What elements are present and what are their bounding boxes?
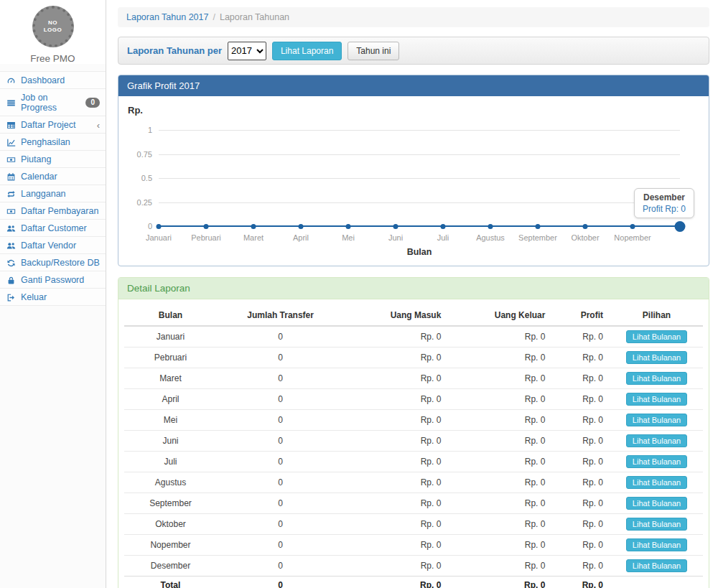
sidebar-item-daftar-vendor[interactable]: Daftar Vendor xyxy=(0,236,106,253)
x-tick-label: Mei xyxy=(342,233,355,242)
filter-label: Laporan Tahunan per xyxy=(127,45,222,56)
lihat-bulanan-button[interactable]: Lihat Bulanan xyxy=(626,393,687,406)
table-row: Agustus0Rp. 0Rp. 0Rp. 0Lihat Bulanan xyxy=(124,472,703,493)
lihat-bulanan-button[interactable]: Lihat Bulanan xyxy=(626,497,687,510)
sidebar-nav: DashboardJob on Progress0Daftar Project‹… xyxy=(0,71,106,306)
profit-chart-panel: Grafik Profit 2017 Rp. Desember Profit R… xyxy=(118,75,709,266)
users-icon xyxy=(6,224,16,233)
cell-bulan: September xyxy=(124,493,217,514)
lihat-bulanan-button[interactable]: Lihat Bulanan xyxy=(626,414,687,426)
lihat-laporan-button[interactable]: Lihat Laporan xyxy=(272,42,342,60)
sidebar-item-daftar-customer[interactable]: Daftar Customer xyxy=(0,219,106,236)
cell-profit: Rp. 0 xyxy=(552,577,610,588)
table-row: Oktober0Rp. 0Rp. 0Rp. 0Lihat Bulanan xyxy=(124,514,703,535)
cell-jumlah-transfer: 0 xyxy=(217,431,344,452)
lihat-bulanan-button[interactable]: Lihat Bulanan xyxy=(626,559,687,572)
chart-point[interactable] xyxy=(299,224,304,229)
lihat-bulanan-button[interactable]: Lihat Bulanan xyxy=(626,538,687,551)
cell-pilihan: Lihat Bulanan xyxy=(610,472,703,493)
sidebar-item-langganan[interactable]: Langganan xyxy=(0,185,106,202)
cell-uang-masuk: Rp. 0 xyxy=(344,452,448,472)
sidebar-item-label: Langganan xyxy=(21,189,66,199)
chart-gridline xyxy=(159,130,680,131)
chart-point[interactable] xyxy=(536,224,541,229)
chart-point[interactable] xyxy=(583,224,588,229)
cell-bulan: Juni xyxy=(124,431,217,452)
sidebar-item-piutang[interactable]: Piutang xyxy=(0,150,106,167)
cell-bulan: Januari xyxy=(124,326,217,347)
cell-bulan: Maret xyxy=(124,368,217,389)
chart-point[interactable] xyxy=(346,224,351,229)
column-header-uang-keluar: Uang Keluar xyxy=(448,305,552,326)
sidebar: NO LOGO Free PMO DashboardJob on Progres… xyxy=(0,0,106,588)
cell-bulan: April xyxy=(124,389,217,410)
chart-point[interactable] xyxy=(630,224,635,229)
chart-point[interactable] xyxy=(251,224,256,229)
money-icon xyxy=(6,155,16,164)
cell-pilihan: Lihat Bulanan xyxy=(610,452,703,472)
cell-uang-keluar: Rp. 0 xyxy=(448,347,552,368)
dashboard-icon xyxy=(6,76,16,85)
cell-bulan: Total xyxy=(124,577,217,588)
sidebar-item-keluar[interactable]: Keluar xyxy=(0,288,106,306)
chart-point[interactable] xyxy=(393,224,398,229)
y-tick-label: 0.75 xyxy=(137,150,152,159)
lihat-bulanan-button[interactable]: Lihat Bulanan xyxy=(626,330,687,343)
table-row: Nopember0Rp. 0Rp. 0Rp. 0Lihat Bulanan xyxy=(124,535,703,556)
brand-name: Free PMO xyxy=(0,53,106,64)
chart-point[interactable] xyxy=(157,224,162,229)
sidebar-item-job-on-progress[interactable]: Job on Progress0 xyxy=(0,88,106,116)
lihat-bulanan-button[interactable]: Lihat Bulanan xyxy=(626,372,687,385)
sidebar-item-daftar-project[interactable]: Daftar Project‹ xyxy=(0,116,106,133)
breadcrumb-link[interactable]: Laporan Tahun 2017 xyxy=(126,12,208,22)
chart-gridline xyxy=(159,202,680,203)
logo-area: NO LOGO Free PMO xyxy=(0,0,106,64)
cell-uang-masuk: Rp. 0 xyxy=(344,493,448,514)
cell-uang-keluar: Rp. 0 xyxy=(448,452,552,472)
column-header-bulan: Bulan xyxy=(124,305,217,326)
sidebar-item-penghasilan[interactable]: Penghasilan xyxy=(0,133,106,150)
no-logo-text: NO LOGO xyxy=(42,19,64,34)
lihat-bulanan-button[interactable]: Lihat Bulanan xyxy=(626,476,687,489)
lihat-bulanan-button[interactable]: Lihat Bulanan xyxy=(626,434,687,447)
cell-uang-masuk: Rp. 0 xyxy=(344,347,448,368)
lihat-bulanan-button[interactable]: Lihat Bulanan xyxy=(626,351,687,364)
x-tick-label: Agustus xyxy=(476,233,505,242)
year-select[interactable]: 2017 xyxy=(228,42,266,60)
lihat-bulanan-button[interactable]: Lihat Bulanan xyxy=(626,518,687,531)
sidebar-item-ganti-password[interactable]: Ganti Password xyxy=(0,271,106,288)
tasks-icon xyxy=(6,98,16,108)
sidebar-item-backup-restore-db[interactable]: Backup/Restore DB xyxy=(0,253,106,271)
x-tick-label: Maret xyxy=(243,233,264,242)
chart-point[interactable] xyxy=(204,224,209,229)
cell-jumlah-transfer: 0 xyxy=(217,493,344,514)
detail-laporan-panel: Detail Laporan BulanJumlah TransferUang … xyxy=(118,277,709,588)
cell-jumlah-transfer: 0 xyxy=(217,368,344,389)
chart-tooltip: Desember Profit Rp: 0 xyxy=(634,188,694,218)
cell-bulan: Agustus xyxy=(124,472,217,493)
sidebar-item-dashboard[interactable]: Dashboard xyxy=(0,71,106,88)
breadcrumb-current: Laporan Tahunan xyxy=(220,12,289,22)
x-tick-label: Juli xyxy=(437,233,449,242)
cell-profit: Rp. 0 xyxy=(552,410,610,431)
cell-jumlah-transfer: 0 xyxy=(217,577,344,588)
sidebar-item-daftar-pembayaran[interactable]: Daftar Pembayaran xyxy=(0,202,106,219)
sidebar-item-label: Daftar Customer xyxy=(21,223,87,233)
tahun-ini-button[interactable]: Tahun ini xyxy=(348,42,399,60)
cell-uang-keluar: Rp. 0 xyxy=(448,535,552,556)
sidebar-item-calendar[interactable]: Calendar xyxy=(0,167,106,185)
cell-uang-masuk: Rp. 0 xyxy=(344,410,448,431)
cell-pilihan: Lihat Bulanan xyxy=(610,535,703,556)
chevron-left-icon: ‹ xyxy=(97,121,100,130)
cell-jumlah-transfer: 0 xyxy=(217,514,344,535)
profit-chart: Rp. Desember Profit Rp: 0 00.250.50.751J… xyxy=(118,96,709,266)
lihat-bulanan-button[interactable]: Lihat Bulanan xyxy=(626,455,687,468)
x-tick-label: Pebruari xyxy=(191,233,221,242)
chart-point[interactable] xyxy=(441,224,446,229)
chart-point-active[interactable] xyxy=(675,221,686,232)
cell-uang-keluar: Rp. 0 xyxy=(448,577,552,588)
cell-jumlah-transfer: 0 xyxy=(217,556,344,577)
table-row: Maret0Rp. 0Rp. 0Rp. 0Lihat Bulanan xyxy=(124,368,703,389)
chart-point[interactable] xyxy=(488,224,493,229)
retweet-icon xyxy=(6,190,16,199)
